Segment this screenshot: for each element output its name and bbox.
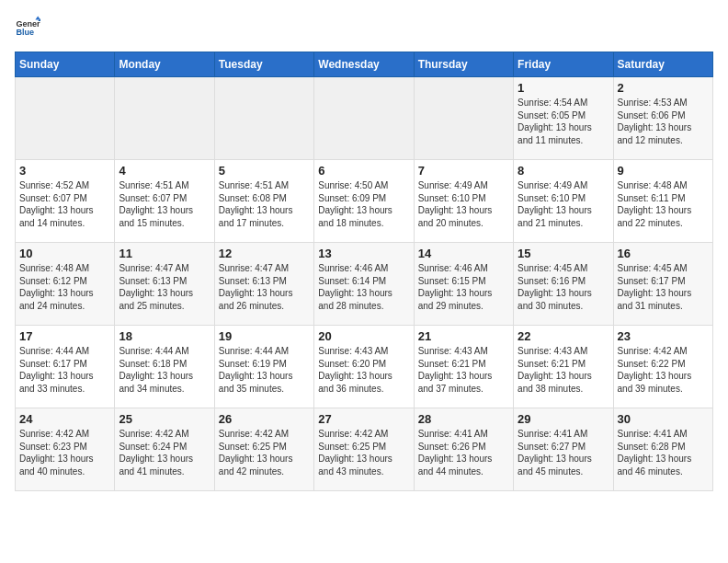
day-number: 5 — [219, 164, 310, 178]
calendar-cell: 4 Sunrise: 4:51 AMSunset: 6:07 PMDayligh… — [115, 160, 214, 243]
calendar-cell — [16, 77, 115, 160]
day-detail: Sunrise: 4:44 AMSunset: 6:19 PMDaylight:… — [219, 346, 293, 394]
day-detail: Sunrise: 4:52 AMSunset: 6:07 PMDaylight:… — [19, 180, 94, 228]
day-number: 29 — [518, 412, 609, 426]
day-number: 11 — [119, 247, 210, 260]
day-number: 27 — [318, 412, 409, 426]
day-detail: Sunrise: 4:42 AMSunset: 6:22 PMDaylight:… — [618, 346, 692, 394]
calendar-cell: 26 Sunrise: 4:42 AMSunset: 6:25 PMDaylig… — [214, 408, 313, 491]
calendar-cell: 1 Sunrise: 4:54 AMSunset: 6:05 PMDayligh… — [514, 77, 613, 160]
day-detail: Sunrise: 4:53 AMSunset: 6:06 PMDaylight:… — [618, 98, 692, 145]
calendar-cell: 27 Sunrise: 4:42 AMSunset: 6:25 PMDaylig… — [314, 408, 414, 491]
day-detail: Sunrise: 4:42 AMSunset: 6:23 PMDaylight:… — [19, 429, 94, 477]
calendar-cell: 23 Sunrise: 4:42 AMSunset: 6:22 PMDaylig… — [613, 326, 712, 408]
day-number: 8 — [518, 164, 609, 178]
calendar-cell — [314, 77, 414, 160]
day-detail: Sunrise: 4:44 AMSunset: 6:17 PMDaylight:… — [19, 346, 94, 394]
calendar-cell: 15 Sunrise: 4:45 AMSunset: 6:16 PMDaylig… — [514, 243, 613, 326]
day-number: 21 — [418, 329, 509, 343]
day-number: 3 — [19, 164, 110, 178]
weekday-header-monday: Monday — [115, 52, 214, 77]
week-row-2: 3 Sunrise: 4:52 AMSunset: 6:07 PMDayligh… — [16, 160, 713, 243]
calendar-cell: 24 Sunrise: 4:42 AMSunset: 6:23 PMDaylig… — [16, 408, 115, 491]
calendar-cell — [414, 77, 513, 160]
day-detail: Sunrise: 4:49 AMSunset: 6:10 PMDaylight:… — [418, 180, 493, 228]
svg-text:Blue: Blue — [16, 28, 34, 37]
day-detail: Sunrise: 4:41 AMSunset: 6:27 PMDaylight:… — [518, 429, 592, 477]
day-number: 4 — [119, 164, 210, 178]
calendar-cell: 9 Sunrise: 4:48 AMSunset: 6:11 PMDayligh… — [613, 160, 712, 243]
day-number: 1 — [518, 81, 609, 95]
calendar-cell — [214, 77, 313, 160]
calendar-cell: 18 Sunrise: 4:44 AMSunset: 6:18 PMDaylig… — [115, 326, 214, 408]
weekday-header-wednesday: Wednesday — [314, 52, 414, 77]
day-number: 9 — [618, 164, 709, 178]
day-detail: Sunrise: 4:44 AMSunset: 6:18 PMDaylight:… — [119, 346, 193, 394]
calendar-cell: 8 Sunrise: 4:49 AMSunset: 6:10 PMDayligh… — [514, 160, 613, 243]
day-number: 24 — [19, 412, 110, 426]
calendar-table: SundayMondayTuesdayWednesdayThursdayFrid… — [15, 52, 713, 491]
day-number: 26 — [219, 412, 310, 426]
day-number: 2 — [618, 81, 709, 95]
weekday-header-row: SundayMondayTuesdayWednesdayThursdayFrid… — [16, 52, 713, 77]
day-detail: Sunrise: 4:51 AMSunset: 6:08 PMDaylight:… — [219, 180, 293, 228]
week-row-1: 1 Sunrise: 4:54 AMSunset: 6:05 PMDayligh… — [16, 77, 713, 160]
day-detail: Sunrise: 4:43 AMSunset: 6:20 PMDaylight:… — [318, 346, 392, 394]
day-detail: Sunrise: 4:45 AMSunset: 6:17 PMDaylight:… — [618, 263, 692, 311]
day-detail: Sunrise: 4:48 AMSunset: 6:12 PMDaylight:… — [19, 263, 94, 311]
weekday-header-thursday: Thursday — [414, 52, 513, 77]
calendar-cell: 22 Sunrise: 4:43 AMSunset: 6:21 PMDaylig… — [514, 326, 613, 408]
day-number: 22 — [518, 329, 609, 343]
calendar-cell: 21 Sunrise: 4:43 AMSunset: 6:21 PMDaylig… — [414, 326, 513, 408]
calendar-cell: 28 Sunrise: 4:41 AMSunset: 6:26 PMDaylig… — [414, 408, 513, 491]
logo: General Blue — [15, 15, 40, 40]
day-number: 23 — [618, 329, 709, 343]
calendar-cell: 6 Sunrise: 4:50 AMSunset: 6:09 PMDayligh… — [314, 160, 414, 243]
day-number: 7 — [418, 164, 509, 178]
day-detail: Sunrise: 4:47 AMSunset: 6:13 PMDaylight:… — [119, 263, 193, 311]
calendar-cell: 30 Sunrise: 4:41 AMSunset: 6:28 PMDaylig… — [613, 408, 712, 491]
week-row-4: 17 Sunrise: 4:44 AMSunset: 6:17 PMDaylig… — [16, 326, 713, 408]
day-detail: Sunrise: 4:42 AMSunset: 6:24 PMDaylight:… — [119, 429, 193, 477]
day-number: 18 — [119, 329, 210, 343]
day-detail: Sunrise: 4:43 AMSunset: 6:21 PMDaylight:… — [518, 346, 592, 394]
day-number: 25 — [119, 412, 210, 426]
day-detail: Sunrise: 4:45 AMSunset: 6:16 PMDaylight:… — [518, 263, 592, 311]
page-header: General Blue — [15, 15, 713, 40]
calendar-cell: 7 Sunrise: 4:49 AMSunset: 6:10 PMDayligh… — [414, 160, 513, 243]
day-detail: Sunrise: 4:48 AMSunset: 6:11 PMDaylight:… — [618, 180, 692, 228]
calendar-cell: 13 Sunrise: 4:46 AMSunset: 6:14 PMDaylig… — [314, 243, 414, 326]
day-number: 6 — [318, 164, 409, 178]
calendar-cell: 10 Sunrise: 4:48 AMSunset: 6:12 PMDaylig… — [16, 243, 115, 326]
day-number: 19 — [219, 329, 310, 343]
calendar-cell: 3 Sunrise: 4:52 AMSunset: 6:07 PMDayligh… — [16, 160, 115, 243]
day-number: 10 — [19, 247, 110, 260]
weekday-header-friday: Friday — [514, 52, 613, 77]
calendar-cell: 2 Sunrise: 4:53 AMSunset: 6:06 PMDayligh… — [613, 77, 712, 160]
day-detail: Sunrise: 4:43 AMSunset: 6:21 PMDaylight:… — [418, 346, 493, 394]
calendar-cell: 14 Sunrise: 4:46 AMSunset: 6:15 PMDaylig… — [414, 243, 513, 326]
day-number: 14 — [418, 247, 509, 260]
day-detail: Sunrise: 4:41 AMSunset: 6:26 PMDaylight:… — [418, 429, 493, 477]
calendar-cell: 20 Sunrise: 4:43 AMSunset: 6:20 PMDaylig… — [314, 326, 414, 408]
day-detail: Sunrise: 4:50 AMSunset: 6:09 PMDaylight:… — [318, 180, 392, 228]
week-row-5: 24 Sunrise: 4:42 AMSunset: 6:23 PMDaylig… — [16, 408, 713, 491]
logo-icon: General Blue — [15, 15, 40, 40]
calendar-cell: 11 Sunrise: 4:47 AMSunset: 6:13 PMDaylig… — [115, 243, 214, 326]
calendar-cell — [115, 77, 214, 160]
day-detail: Sunrise: 4:41 AMSunset: 6:28 PMDaylight:… — [618, 429, 692, 477]
weekday-header-sunday: Sunday — [16, 52, 115, 77]
day-detail: Sunrise: 4:51 AMSunset: 6:07 PMDaylight:… — [119, 180, 193, 228]
day-number: 17 — [19, 329, 110, 343]
calendar-cell: 29 Sunrise: 4:41 AMSunset: 6:27 PMDaylig… — [514, 408, 613, 491]
day-detail: Sunrise: 4:54 AMSunset: 6:05 PMDaylight:… — [518, 98, 592, 145]
calendar-cell: 25 Sunrise: 4:42 AMSunset: 6:24 PMDaylig… — [115, 408, 214, 491]
calendar-cell: 16 Sunrise: 4:45 AMSunset: 6:17 PMDaylig… — [613, 243, 712, 326]
svg-text:General: General — [16, 19, 40, 29]
day-detail: Sunrise: 4:49 AMSunset: 6:10 PMDaylight:… — [518, 180, 592, 228]
week-row-3: 10 Sunrise: 4:48 AMSunset: 6:12 PMDaylig… — [16, 243, 713, 326]
calendar-cell: 19 Sunrise: 4:44 AMSunset: 6:19 PMDaylig… — [214, 326, 313, 408]
day-detail: Sunrise: 4:42 AMSunset: 6:25 PMDaylight:… — [318, 429, 392, 477]
day-number: 16 — [618, 247, 709, 260]
day-number: 28 — [418, 412, 509, 426]
